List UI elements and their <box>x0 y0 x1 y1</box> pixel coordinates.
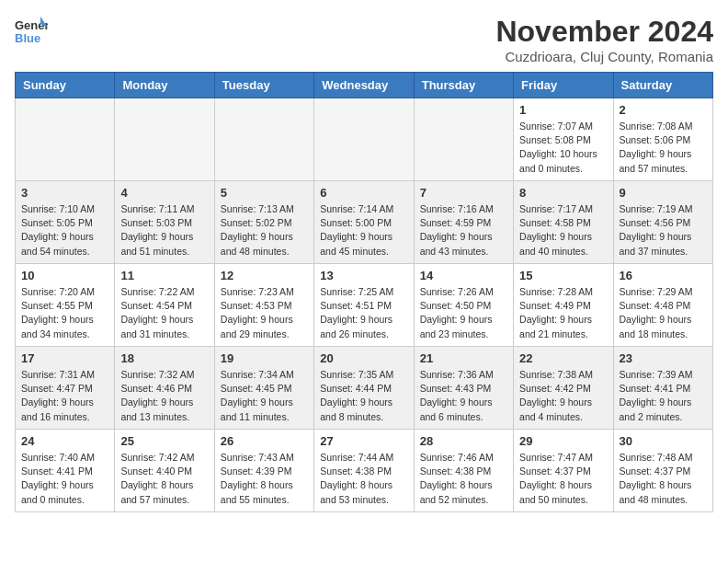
week-row-2: 3Sunrise: 7:10 AMSunset: 5:05 PMDaylight… <box>16 181 713 264</box>
day-number: 20 <box>320 351 407 365</box>
day-number: 21 <box>420 351 507 365</box>
day-number: 18 <box>120 351 208 365</box>
table-cell: 3Sunrise: 7:10 AMSunset: 5:05 PMDaylight… <box>16 181 115 264</box>
day-number: 4 <box>120 186 208 200</box>
header-sunday: Sunday <box>16 73 115 98</box>
day-info: Sunrise: 7:13 AMSunset: 5:02 PMDaylight:… <box>221 202 308 259</box>
day-number: 14 <box>420 269 507 282</box>
day-info: Sunrise: 7:39 AMSunset: 4:41 PMDaylight:… <box>620 368 707 424</box>
table-cell: 18Sunrise: 7:32 AMSunset: 4:46 PMDayligh… <box>115 347 214 430</box>
day-number: 19 <box>221 351 308 365</box>
day-info: Sunrise: 7:14 AMSunset: 5:00 PMDaylight:… <box>320 202 407 259</box>
day-info: Sunrise: 7:44 AMSunset: 4:38 PMDaylight:… <box>320 451 407 507</box>
day-info: Sunrise: 7:25 AMSunset: 4:51 PMDaylight:… <box>320 285 407 341</box>
day-info: Sunrise: 7:08 AMSunset: 5:06 PMDaylight:… <box>620 120 707 176</box>
week-row-4: 17Sunrise: 7:31 AMSunset: 4:47 PMDayligh… <box>16 347 713 430</box>
day-info: Sunrise: 7:07 AMSunset: 5:08 PMDaylight:… <box>519 120 607 176</box>
table-cell <box>314 98 414 181</box>
table-cell: 25Sunrise: 7:42 AMSunset: 4:40 PMDayligh… <box>115 430 214 512</box>
day-number: 7 <box>420 186 507 200</box>
month-year-title: November 2024 <box>495 15 713 49</box>
table-cell <box>214 98 313 181</box>
table-cell: 26Sunrise: 7:43 AMSunset: 4:39 PMDayligh… <box>214 430 313 512</box>
day-number: 22 <box>519 351 607 365</box>
day-info: Sunrise: 7:23 AMSunset: 4:53 PMDaylight:… <box>221 285 308 341</box>
logo: General Blue <box>15 15 51 48</box>
table-cell: 28Sunrise: 7:46 AMSunset: 4:38 PMDayligh… <box>414 430 513 512</box>
day-info: Sunrise: 7:17 AMSunset: 4:58 PMDaylight:… <box>519 202 607 259</box>
table-cell: 15Sunrise: 7:28 AMSunset: 4:49 PMDayligh… <box>514 264 613 347</box>
day-info: Sunrise: 7:42 AMSunset: 4:40 PMDaylight:… <box>120 451 208 507</box>
table-cell: 14Sunrise: 7:26 AMSunset: 4:50 PMDayligh… <box>414 264 513 347</box>
calendar-table: Sunday Monday Tuesday Wednesday Thursday… <box>15 72 713 512</box>
day-info: Sunrise: 7:11 AMSunset: 5:03 PMDaylight:… <box>120 202 208 259</box>
table-cell: 17Sunrise: 7:31 AMSunset: 4:47 PMDayligh… <box>16 347 115 430</box>
table-cell: 13Sunrise: 7:25 AMSunset: 4:51 PMDayligh… <box>314 264 414 347</box>
table-cell: 21Sunrise: 7:36 AMSunset: 4:43 PMDayligh… <box>414 347 513 430</box>
day-number: 17 <box>21 351 108 365</box>
day-info: Sunrise: 7:36 AMSunset: 4:43 PMDaylight:… <box>420 368 507 424</box>
table-cell: 6Sunrise: 7:14 AMSunset: 5:00 PMDaylight… <box>314 181 414 264</box>
table-cell: 20Sunrise: 7:35 AMSunset: 4:44 PMDayligh… <box>314 347 414 430</box>
day-info: Sunrise: 7:46 AMSunset: 4:38 PMDaylight:… <box>420 451 507 507</box>
day-number: 9 <box>620 186 707 200</box>
day-number: 2 <box>620 103 707 117</box>
week-row-1: 1Sunrise: 7:07 AMSunset: 5:08 PMDaylight… <box>16 98 713 181</box>
table-cell: 27Sunrise: 7:44 AMSunset: 4:38 PMDayligh… <box>314 430 414 512</box>
day-info: Sunrise: 7:28 AMSunset: 4:49 PMDaylight:… <box>519 285 607 341</box>
table-cell: 22Sunrise: 7:38 AMSunset: 4:42 PMDayligh… <box>514 347 613 430</box>
header-thursday: Thursday <box>414 73 513 98</box>
header-tuesday: Tuesday <box>214 73 313 98</box>
day-info: Sunrise: 7:47 AMSunset: 4:37 PMDaylight:… <box>519 451 607 507</box>
day-number: 28 <box>420 434 507 448</box>
table-cell: 23Sunrise: 7:39 AMSunset: 4:41 PMDayligh… <box>613 347 712 430</box>
day-number: 10 <box>21 269 108 282</box>
table-cell: 2Sunrise: 7:08 AMSunset: 5:06 PMDaylight… <box>613 98 712 181</box>
day-info: Sunrise: 7:22 AMSunset: 4:54 PMDaylight:… <box>120 285 208 341</box>
day-number: 13 <box>320 269 407 282</box>
table-cell <box>414 98 513 181</box>
day-info: Sunrise: 7:26 AMSunset: 4:50 PMDaylight:… <box>420 285 507 341</box>
day-info: Sunrise: 7:34 AMSunset: 4:45 PMDaylight:… <box>221 368 308 424</box>
svg-text:Blue: Blue <box>15 31 40 45</box>
day-info: Sunrise: 7:29 AMSunset: 4:48 PMDaylight:… <box>620 285 707 341</box>
day-info: Sunrise: 7:16 AMSunset: 4:59 PMDaylight:… <box>420 202 507 259</box>
day-number: 29 <box>519 434 607 448</box>
day-number: 15 <box>519 269 607 282</box>
table-cell <box>115 98 214 181</box>
day-info: Sunrise: 7:19 AMSunset: 4:56 PMDaylight:… <box>620 202 707 259</box>
table-cell: 4Sunrise: 7:11 AMSunset: 5:03 PMDaylight… <box>115 181 214 264</box>
table-cell: 11Sunrise: 7:22 AMSunset: 4:54 PMDayligh… <box>115 264 214 347</box>
logo-icon: General Blue <box>15 15 48 48</box>
header-wednesday: Wednesday <box>314 73 414 98</box>
day-info: Sunrise: 7:40 AMSunset: 4:41 PMDaylight:… <box>21 451 108 507</box>
table-cell <box>16 98 115 181</box>
day-number: 25 <box>120 434 208 448</box>
header: General Blue November 2024 Cuzdrioara, C… <box>15 15 713 64</box>
location-subtitle: Cuzdrioara, Cluj County, Romania <box>495 49 713 64</box>
day-info: Sunrise: 7:31 AMSunset: 4:47 PMDaylight:… <box>21 368 108 424</box>
title-area: November 2024 Cuzdrioara, Cluj County, R… <box>495 15 713 64</box>
day-info: Sunrise: 7:10 AMSunset: 5:05 PMDaylight:… <box>21 202 108 259</box>
day-info: Sunrise: 7:32 AMSunset: 4:46 PMDaylight:… <box>120 368 208 424</box>
table-cell: 19Sunrise: 7:34 AMSunset: 4:45 PMDayligh… <box>214 347 313 430</box>
table-cell: 29Sunrise: 7:47 AMSunset: 4:37 PMDayligh… <box>514 430 613 512</box>
calendar-header-row: Sunday Monday Tuesday Wednesday Thursday… <box>16 73 713 98</box>
table-cell: 9Sunrise: 7:19 AMSunset: 4:56 PMDaylight… <box>613 181 712 264</box>
week-row-5: 24Sunrise: 7:40 AMSunset: 4:41 PMDayligh… <box>16 430 713 512</box>
day-number: 24 <box>21 434 108 448</box>
table-cell: 7Sunrise: 7:16 AMSunset: 4:59 PMDaylight… <box>414 181 513 264</box>
day-info: Sunrise: 7:35 AMSunset: 4:44 PMDaylight:… <box>320 368 407 424</box>
table-cell: 30Sunrise: 7:48 AMSunset: 4:37 PMDayligh… <box>613 430 712 512</box>
table-cell: 12Sunrise: 7:23 AMSunset: 4:53 PMDayligh… <box>214 264 313 347</box>
header-monday: Monday <box>115 73 214 98</box>
table-cell: 24Sunrise: 7:40 AMSunset: 4:41 PMDayligh… <box>16 430 115 512</box>
day-number: 26 <box>221 434 308 448</box>
day-number: 3 <box>21 186 108 200</box>
day-number: 5 <box>221 186 308 200</box>
table-cell: 8Sunrise: 7:17 AMSunset: 4:58 PMDaylight… <box>514 181 613 264</box>
day-number: 30 <box>620 434 707 448</box>
table-cell: 16Sunrise: 7:29 AMSunset: 4:48 PMDayligh… <box>613 264 712 347</box>
day-number: 6 <box>320 186 407 200</box>
day-number: 1 <box>519 103 607 117</box>
